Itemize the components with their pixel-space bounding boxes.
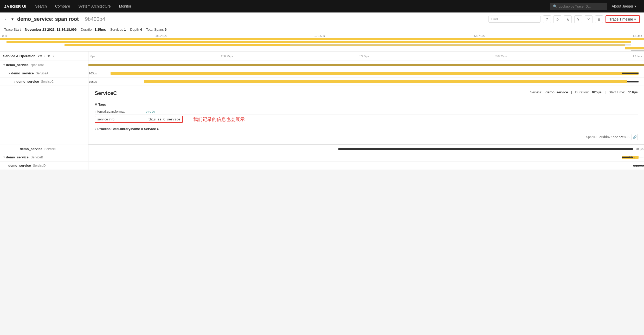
col-icon-double-down[interactable]: ⩔ (47, 54, 50, 58)
process-content: otel.library.name = Service C (113, 127, 159, 131)
trace-depth-label: Depth 4 (130, 28, 142, 31)
trace-services-label: Services 1 (110, 28, 126, 31)
detail-service: demo_service (545, 90, 568, 94)
trace-spans-label: Total Spans 6 (146, 28, 167, 31)
service-op-label: Service & Operation (3, 54, 35, 58)
span-id-value: e6dd873bae72e898 (599, 135, 629, 139)
grid-button[interactable]: ⊞ (595, 15, 603, 23)
close-button[interactable]: ✕ (585, 15, 593, 23)
table-row: ∨ demo_service span root (0, 61, 644, 69)
table-row: ∨ demo_service ServiceB 44μs —— (0, 153, 644, 162)
table-row: demo_service ServiceE 783μs (0, 145, 644, 153)
trace-start-label: Trace Start (4, 28, 21, 31)
minimap-labels: 0μs 286.25μs 572.5μs 858.75μs 1.15ms (0, 34, 644, 38)
column-header: Service & Operation ∨∨ › ⩔ » 0μs 286.25μ… (0, 51, 644, 61)
trace-id-input[interactable] (559, 4, 604, 8)
detail-span-title: ServiceC (95, 90, 117, 96)
chevron-icon[interactable]: ∨ (8, 72, 10, 75)
nav-search[interactable]: Search (31, 0, 50, 12)
detail-duration: 925μs (592, 90, 602, 94)
table-row: ∨ demo_service ServiceA 963μs (0, 69, 644, 78)
trace-id: 9b400b4 (85, 16, 105, 22)
tags-chevron-icon[interactable]: ∨ (95, 102, 97, 106)
tag-key-1: internal.span.format (95, 109, 141, 113)
minimap: 0μs 286.25μs 572.5μs 858.75μs 1.15ms (0, 33, 644, 51)
down-button[interactable]: ∨ (574, 15, 582, 23)
span-label-service-d[interactable]: demo_service ServiceD (0, 162, 88, 170)
search-icon: 🔍 (553, 4, 557, 8)
detail-service-label: Service: (530, 90, 542, 94)
diamond-button[interactable]: ◇ (553, 15, 561, 23)
span-timeline-root (88, 61, 644, 69)
span-label-service-e[interactable]: demo_service ServiceE (0, 145, 88, 153)
col-icon-double-right[interactable]: » (53, 54, 54, 58)
trace-duration-label: Duration 1.15ms (81, 28, 106, 31)
tag-row-highlighted: service info this is C service (95, 116, 183, 123)
trace-service-name: demo_service: span root (17, 16, 79, 22)
detail-duration-label: Duration: (575, 90, 589, 94)
span-id-row: SpanID: e6dd873bae72e898 🔗 (95, 134, 638, 140)
span-timeline-a: 963μs (88, 69, 644, 77)
span-id-label: SpanID: (586, 135, 597, 139)
minimap-bars (0, 38, 644, 50)
back-button[interactable]: ← (4, 16, 9, 22)
collapse-icon[interactable]: ▾ (11, 17, 14, 22)
table-row: demo_service ServiceD 9μs ■ (0, 162, 644, 170)
process-section: › Process: otel.library.name = Service C (95, 127, 638, 131)
navbar: JAEGER UI Search Compare System Architec… (0, 0, 644, 12)
annotation-text: 我们记录的信息也会展示 (193, 116, 245, 123)
span-label-service-b[interactable]: ∨ demo_service ServiceB (0, 153, 88, 161)
tags-section: ∨ Tags internal.span.format proto servic… (95, 102, 638, 124)
trace-id-search[interactable]: 🔍 (550, 3, 607, 10)
col-icon-chevron-right[interactable]: › (44, 54, 45, 58)
help-button[interactable]: ? (543, 15, 551, 23)
tags-title: ∨ Tags (95, 102, 638, 106)
nav-compare[interactable]: Compare (51, 0, 74, 12)
copy-link-button[interactable]: 🔗 (632, 134, 638, 140)
nav-logo: JAEGER UI (4, 4, 26, 9)
detail-sep2: | (605, 90, 606, 94)
trace-meta: Trace Start November 23 2023, 11:34:18.0… (0, 26, 644, 33)
detail-panel-row: ServiceC Service: demo_service | Duratio… (0, 86, 644, 145)
timeline-column-header: 0μs 286.25μs 572.5μs 858.75μs 1.15ms (88, 51, 644, 61)
tag-val-1: proto (146, 110, 155, 113)
detail-panel: ServiceC Service: demo_service | Duratio… (88, 86, 644, 145)
detail-meta: Service: demo_service | Duration: 925μs … (530, 90, 638, 94)
nav-monitor[interactable]: Monitor (115, 0, 135, 12)
tag-key-2: service info (97, 117, 144, 121)
chevron-icon[interactable]: ∨ (14, 80, 15, 83)
service-op-column-header: Service & Operation ∨∨ › ⩔ » (0, 51, 88, 61)
col-icon-double-chevron-down[interactable]: ∨∨ (37, 54, 42, 58)
tag-row-1: internal.span.format proto (95, 108, 638, 115)
tag-val-2: this is C service (148, 118, 180, 121)
nav-system-architecture[interactable]: System Architecture (75, 0, 114, 12)
trace-timeline-button[interactable]: Trace Timeline ▾ (606, 15, 640, 23)
main-content: Service & Operation ∨∨ › ⩔ » 0μs 286.25μ… (0, 51, 644, 170)
process-title[interactable]: › Process: otel.library.name = Service C (95, 127, 638, 131)
span-label-service-a[interactable]: ∨ demo_service ServiceA (0, 69, 88, 77)
detail-start-label: Start Time: (609, 90, 625, 94)
up-button[interactable]: ∧ (564, 15, 572, 23)
detail-sep1: | (571, 90, 572, 94)
tag-annotation-wrapper: service info this is C service 我们记录的信息也会… (95, 115, 638, 124)
span-label-root[interactable]: ∨ demo_service span root (0, 61, 88, 69)
trace-start-time: November 23 2023, 11:34:18.096 (25, 28, 77, 31)
trace-header: ← ▾ demo_service: span root 9b400b4 ? ◇ … (0, 12, 644, 26)
span-label-service-c[interactable]: ∨ demo_service ServiceC (0, 78, 88, 86)
chevron-icon[interactable]: ∨ (3, 63, 5, 66)
process-chevron-icon[interactable]: › (95, 127, 96, 131)
chevron-icon[interactable]: ∨ (3, 156, 5, 159)
detail-start: 119μs (628, 90, 638, 94)
span-timeline-e: 783μs (88, 145, 644, 153)
spans-container: ∨ demo_service span root ∨ demo_service … (0, 61, 644, 170)
span-timeline-b: 44μs —— (88, 153, 644, 161)
span-timeline-c: 925μs (88, 78, 644, 86)
timeline-ticks: 0μs 286.25μs 572.5μs 858.75μs 1.15ms (91, 55, 642, 58)
about-jaeger[interactable]: About Jaeger ▾ (608, 0, 640, 12)
span-timeline-d: 9μs ■ (88, 162, 644, 170)
table-row: ∨ demo_service ServiceC 925μs (0, 78, 644, 86)
find-input[interactable] (488, 16, 540, 23)
